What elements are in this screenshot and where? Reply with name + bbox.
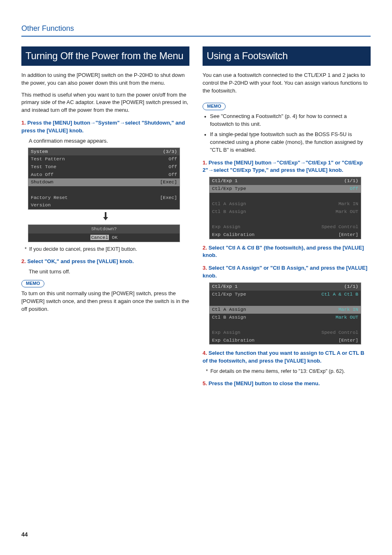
memo-item: If a single-pedal type footswitch such a… (210, 131, 371, 154)
step-text: Select "OK," and press the [VALUE] knob. (27, 258, 134, 264)
right-memo-list: See "Connecting a Footswitch" (p. 4) for… (203, 113, 371, 154)
step-number: 1. (21, 120, 26, 126)
step-number: 2. (21, 258, 26, 264)
breadcrumb: Other Functions (21, 23, 371, 37)
shutdown-dialog: Shutdown? Cancel OK (28, 224, 180, 242)
section-title-right: Using a Footswitch (203, 46, 371, 66)
right-column: Using a Footswitch You can use a footswi… (203, 46, 371, 390)
right-step-3: 3. Select "Ctl A Assign" or "Ctl B Assig… (203, 264, 371, 280)
memo-item: See "Connecting a Footswitch" (p. 4) for… (210, 113, 371, 128)
memo-badge: MEMO (203, 103, 226, 110)
left-intro-2: This method is useful when you want to t… (21, 91, 189, 115)
right-step-5: 5. Press the [MENU] button to close the … (203, 380, 371, 388)
system-menu-screenshot: System(3/3) Test PatternOffTest ToneOffA… (28, 148, 180, 210)
right-note-star: *For details on the menu items, refer to… (206, 368, 371, 375)
left-step-1: 1. Press the [MENU] button→"System"→sele… (21, 119, 189, 135)
step-text: Press the [MENU] button→"System"→select … (21, 120, 185, 134)
right-step-1: 1. Press the [MENU] button→"Ctl/Exp"→"Ct… (203, 159, 371, 175)
down-arrow-icon (21, 211, 189, 223)
right-intro: You can use a footswitch connected to th… (203, 72, 371, 95)
left-column: Turning Off the Power from the Menu In a… (21, 46, 189, 390)
left-step2-sub: The unit turns off. (29, 268, 189, 276)
right-step-2: 2. Select "Ctl A & Ctl B" (the footswitc… (203, 244, 371, 260)
left-memo-text: To turn on this unit normally using the … (21, 290, 189, 313)
ctlexp-menu-screenshot-1: Ctl/Exp 1(1/1) Ctl/Exp TypeOff Ctl A Ass… (209, 177, 361, 239)
ctlexp-menu-screenshot-2: Ctl/Exp 1(1/1) Ctl/Exp TypeCtl A & Ctl B… (209, 282, 361, 345)
left-step1-sub: A confirmation message appears. (29, 137, 189, 145)
section-title-left: Turning Off the Power from the Menu (21, 46, 189, 66)
left-cancel-note: *If you decide to cancel, press the [EXI… (25, 245, 189, 253)
memo-badge: MEMO (21, 280, 44, 287)
right-step-4: 4. Select the function that you want to … (203, 349, 371, 365)
left-step-2: 2. Select "OK," and press the [VALUE] kn… (21, 258, 189, 266)
left-intro-1: In addition to using the [POWER] switch … (21, 72, 189, 87)
